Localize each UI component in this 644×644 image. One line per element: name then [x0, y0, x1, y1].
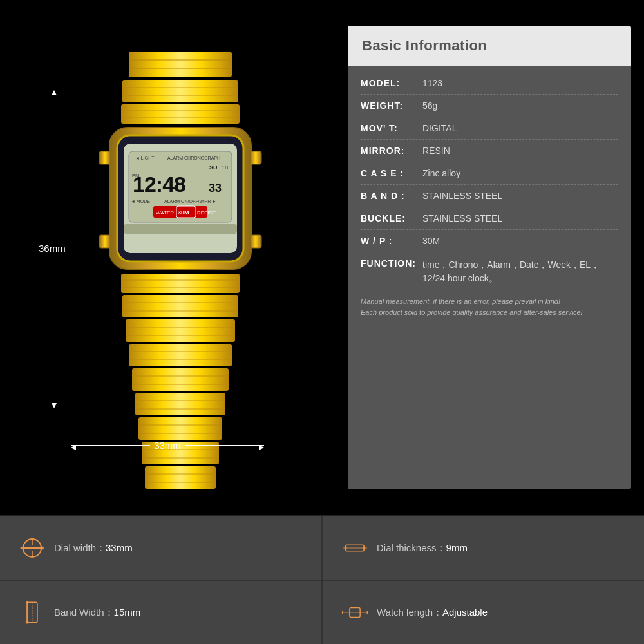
svg-rect-47	[135, 393, 225, 415]
svg-rect-3	[122, 80, 238, 102]
svg-rect-13	[250, 235, 261, 248]
dial-thickness-label: Dial thickness：	[377, 542, 446, 553]
spec-row-model: MODEL: 1123	[361, 72, 618, 95]
spec-key-mirror: MIRROR:	[361, 146, 419, 156]
spec-val-wp: 30M	[422, 236, 440, 246]
svg-rect-11	[99, 235, 111, 248]
spec-key-model: MODEL:	[361, 78, 419, 88]
spec-cell-dial-thickness: Dial thickness：9mm	[323, 516, 644, 580]
svg-text:12:48: 12:48	[133, 172, 185, 196]
info-panel: Basic Information MODEL: 1123 WEIGHT: 56…	[348, 26, 631, 489]
spec-key-weight: WEIGHT:	[361, 100, 419, 111]
spec-val-function: time，Chrono，Alarm，Date，Week，EL，12/24 hou…	[422, 258, 618, 285]
watch-length-icon	[342, 603, 368, 621]
spec-cell-dial-width: Dial width：33mm	[0, 516, 321, 580]
dial-width-value: 33mm	[106, 542, 133, 553]
dimension-height: 36mm	[39, 90, 66, 406]
svg-text:WATER: WATER	[156, 210, 174, 216]
svg-rect-0	[129, 52, 232, 77]
info-title: Basic Information	[362, 37, 617, 54]
svg-text:30M: 30M	[178, 209, 189, 216]
info-header: Basic Information	[348, 26, 631, 66]
spec-key-function: FUNCTION:	[361, 258, 419, 269]
spec-key-buckle: BUCKLE:	[361, 213, 419, 223]
watch-image-area: 36mm	[0, 0, 348, 515]
info-body: MODEL: 1123 WEIGHT: 56g MOV' T: DIGITAL …	[348, 66, 631, 489]
spec-row-band: B A N D : STAINLESS STEEL	[361, 185, 618, 207]
spec-val-model: 1123	[422, 78, 442, 88]
spec-val-mirror: RESIN	[422, 146, 450, 156]
info-note: Manual measurement, if there is an error…	[361, 291, 618, 320]
dial-thickness-icon	[342, 539, 368, 557]
height-label: 36mm	[39, 240, 66, 256]
watch-length-value: Adjustable	[442, 607, 488, 618]
svg-marker-61	[20, 546, 23, 550]
svg-rect-6	[121, 104, 240, 124]
svg-rect-41	[129, 344, 232, 366]
spec-row-mirror: MIRROR: RESIN	[361, 140, 618, 162]
svg-text:◄ MODE: ◄ MODE	[131, 199, 150, 204]
svg-rect-50	[138, 417, 222, 440]
svg-rect-32	[121, 274, 240, 293]
svg-text:33: 33	[209, 182, 222, 194]
bottom-specs-bar: Dial width：33mm Dial thickness：9mm	[0, 515, 644, 644]
spec-key-wp: W / P :	[361, 236, 419, 246]
spec-text-dial-width: Dial width：33mm	[54, 542, 133, 554]
spec-row-buckle: BUCKLE: STAINLESS STEEL	[361, 207, 618, 230]
spec-val-movt: DIGITAL	[422, 123, 457, 133]
svg-rect-12	[250, 151, 261, 164]
spec-row-weight: WEIGHT: 56g	[361, 95, 618, 117]
spec-key-band: B A N D :	[361, 191, 419, 201]
spec-key-case: C A S E :	[361, 168, 419, 178]
dimension-width: 33mm	[71, 440, 264, 451]
svg-marker-62	[41, 546, 44, 550]
svg-text:SU: SU	[209, 164, 218, 171]
spec-val-buckle: STAINLESS STEEL	[422, 213, 502, 223]
svg-text:ALARM CHRONOGRAPH: ALARM CHRONOGRAPH	[167, 156, 220, 160]
spec-cell-watch-length: Watch length：Adjustable	[323, 581, 644, 644]
svg-rect-31	[124, 224, 237, 234]
spec-val-band: STAINLESS STEEL	[422, 191, 502, 201]
watch-illustration: ◄ LIGHT ALARM CHRONOGRAPH SU 18 PM 12:48…	[64, 52, 296, 505]
svg-text:ALARM ON/OFF/24HR ►: ALARM ON/OFF/24HR ►	[164, 199, 216, 204]
svg-rect-10	[99, 151, 111, 164]
width-label: 33mm	[150, 440, 185, 451]
svg-rect-38	[126, 319, 235, 342]
spec-text-dial-thickness: Dial thickness：9mm	[377, 542, 468, 554]
watch-length-label: Watch length：	[377, 607, 442, 618]
band-width-value: 15mm	[114, 607, 141, 618]
spec-val-weight: 56g	[422, 100, 437, 111]
spec-text-band-width: Band Width：15mm	[54, 607, 140, 619]
spec-row-function: FUNCTION: time，Chrono，Alarm，Date，Week，EL…	[361, 252, 618, 291]
spec-cell-band-width: Band Width：15mm	[0, 581, 321, 644]
spec-row-movt: MOV' T: DIGITAL	[361, 117, 618, 140]
svg-text:◄ LIGHT: ◄ LIGHT	[135, 156, 155, 160]
svg-text:18: 18	[222, 164, 228, 171]
svg-rect-56	[145, 466, 216, 489]
spec-row-case: C A S E : Zinc alloy	[361, 162, 618, 185]
band-width-icon	[19, 600, 45, 625]
dial-thickness-value: 9mm	[446, 542, 468, 553]
svg-rect-44	[132, 368, 229, 391]
band-width-label: Band Width：	[54, 607, 114, 618]
spec-row-wp: W / P : 30M	[361, 230, 618, 252]
spec-key-movt: MOV' T:	[361, 123, 419, 133]
spec-val-case: Zinc alloy	[422, 168, 460, 178]
svg-rect-35	[122, 295, 238, 317]
svg-text:RESIST: RESIST	[197, 210, 216, 216]
dial-width-label: Dial width：	[54, 542, 106, 553]
dial-width-icon	[19, 536, 45, 560]
spec-text-watch-length: Watch length：Adjustable	[377, 607, 488, 619]
